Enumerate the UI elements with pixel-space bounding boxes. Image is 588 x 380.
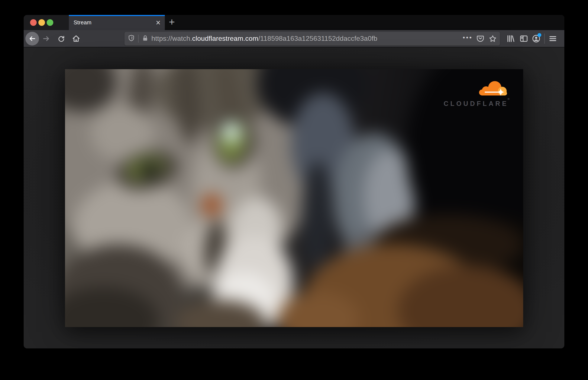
url-domain: cloudflarestream.com xyxy=(192,35,258,42)
https-lock-icon[interactable] xyxy=(141,35,149,43)
video-player[interactable]: CLOUDFLARE® xyxy=(65,69,523,327)
tracking-protection-shield-icon[interactable] xyxy=(127,34,135,43)
window-close-button[interactable] xyxy=(30,19,37,26)
pocket-icon xyxy=(476,34,484,43)
desktop-background: { "browser": { "window_controls": [ {"na… xyxy=(0,0,588,380)
forward-arrow-icon xyxy=(42,34,51,43)
active-tab-accent-line xyxy=(69,15,165,16)
reload-button[interactable] xyxy=(57,34,66,43)
cloudflare-watermark: CLOUDFLARE® xyxy=(444,79,510,108)
sidebar-toggle-button[interactable] xyxy=(519,34,529,43)
tab-stream[interactable]: Stream × xyxy=(69,15,165,30)
star-icon xyxy=(488,34,497,43)
new-tab-button[interactable]: + xyxy=(165,15,179,30)
video-frame-blurred-cat xyxy=(65,69,523,327)
library-button[interactable] xyxy=(506,34,515,43)
browser-window: Stream × + xyxy=(24,15,564,348)
cloudflare-cloud-icon xyxy=(474,79,509,96)
page-content-area: CLOUDFLARE® xyxy=(24,47,564,348)
account-notification-dot xyxy=(537,33,541,37)
cloudflare-wordmark: CLOUDFLARE® xyxy=(444,97,510,108)
tab-close-icon[interactable]: × xyxy=(156,19,160,27)
hamburger-menu-button[interactable] xyxy=(548,34,557,43)
registered-trademark: ® xyxy=(507,97,510,100)
url-text[interactable]: https://watch.cloudflarestream.com/11859… xyxy=(151,35,463,42)
tab-bar: Stream × + xyxy=(24,15,564,30)
pocket-button[interactable] xyxy=(476,34,484,43)
page-actions-icon[interactable]: ••• xyxy=(463,34,473,43)
url-bar[interactable]: https://watch.cloudflarestream.com/11859… xyxy=(124,32,500,45)
tab-title: Stream xyxy=(73,19,156,26)
back-button[interactable] xyxy=(25,32,39,45)
forward-button[interactable] xyxy=(42,34,51,43)
url-prefix: https://watch. xyxy=(151,35,192,42)
back-arrow-icon xyxy=(28,35,36,43)
window-minimize-button[interactable] xyxy=(38,19,45,26)
bookmark-star-button[interactable] xyxy=(488,34,497,43)
urlbar-separator xyxy=(138,35,138,43)
home-icon xyxy=(72,34,80,43)
reload-icon xyxy=(57,35,65,42)
home-button[interactable] xyxy=(72,34,80,43)
window-zoom-button[interactable] xyxy=(47,19,53,26)
url-path: /118598a163a125631152ddaccfe3a0fb xyxy=(258,35,377,42)
toolbar-separator xyxy=(544,34,545,44)
navigation-toolbar: https://watch.cloudflarestream.com/11859… xyxy=(24,30,564,47)
sidebar-icon xyxy=(519,34,529,43)
account-button[interactable] xyxy=(532,34,541,43)
hamburger-menu-icon xyxy=(548,34,557,43)
library-icon xyxy=(506,34,515,43)
cat-nose xyxy=(202,194,222,216)
window-controls xyxy=(24,15,69,30)
tab-bar-filler xyxy=(179,15,564,30)
